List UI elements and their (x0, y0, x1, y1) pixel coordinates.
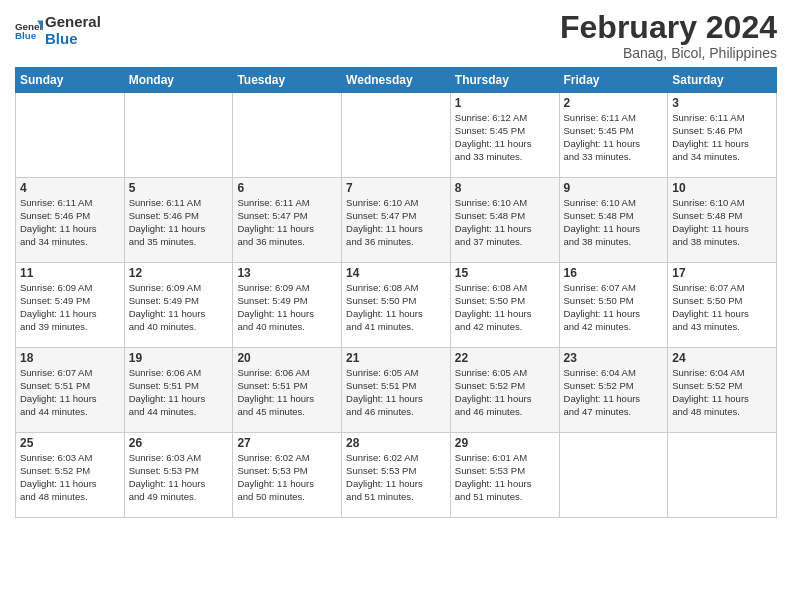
day-number: 1 (455, 96, 555, 110)
day-number: 25 (20, 436, 120, 450)
calendar-cell: 9Sunrise: 6:10 AMSunset: 5:48 PMDaylight… (559, 178, 668, 263)
calendar-cell: 27Sunrise: 6:02 AMSunset: 5:53 PMDayligh… (233, 433, 342, 518)
calendar-cell: 5Sunrise: 6:11 AMSunset: 5:46 PMDaylight… (124, 178, 233, 263)
day-number: 6 (237, 181, 337, 195)
header-thursday: Thursday (450, 68, 559, 93)
day-info: Sunrise: 6:07 AMSunset: 5:51 PMDaylight:… (20, 367, 120, 418)
page-container: General Blue General Blue February 2024 … (0, 0, 792, 528)
calendar-cell: 10Sunrise: 6:10 AMSunset: 5:48 PMDayligh… (668, 178, 777, 263)
day-number: 16 (564, 266, 664, 280)
calendar-week-1: 1Sunrise: 6:12 AMSunset: 5:45 PMDaylight… (16, 93, 777, 178)
calendar-week-3: 11Sunrise: 6:09 AMSunset: 5:49 PMDayligh… (16, 263, 777, 348)
day-info: Sunrise: 6:12 AMSunset: 5:45 PMDaylight:… (455, 112, 555, 163)
day-number: 5 (129, 181, 229, 195)
day-info: Sunrise: 6:09 AMSunset: 5:49 PMDaylight:… (129, 282, 229, 333)
day-number: 23 (564, 351, 664, 365)
calendar-cell: 6Sunrise: 6:11 AMSunset: 5:47 PMDaylight… (233, 178, 342, 263)
day-info: Sunrise: 6:10 AMSunset: 5:48 PMDaylight:… (672, 197, 772, 248)
day-number: 9 (564, 181, 664, 195)
day-number: 4 (20, 181, 120, 195)
day-info: Sunrise: 6:05 AMSunset: 5:52 PMDaylight:… (455, 367, 555, 418)
day-info: Sunrise: 6:03 AMSunset: 5:52 PMDaylight:… (20, 452, 120, 503)
calendar-cell: 1Sunrise: 6:12 AMSunset: 5:45 PMDaylight… (450, 93, 559, 178)
page-title: February 2024 (560, 10, 777, 45)
calendar-cell (124, 93, 233, 178)
calendar-cell: 23Sunrise: 6:04 AMSunset: 5:52 PMDayligh… (559, 348, 668, 433)
calendar-header: Sunday Monday Tuesday Wednesday Thursday… (16, 68, 777, 93)
day-info: Sunrise: 6:03 AMSunset: 5:53 PMDaylight:… (129, 452, 229, 503)
calendar-week-5: 25Sunrise: 6:03 AMSunset: 5:52 PMDayligh… (16, 433, 777, 518)
day-number: 20 (237, 351, 337, 365)
header-saturday: Saturday (668, 68, 777, 93)
day-info: Sunrise: 6:10 AMSunset: 5:48 PMDaylight:… (455, 197, 555, 248)
logo-icon: General Blue (15, 17, 43, 45)
day-number: 29 (455, 436, 555, 450)
header-friday: Friday (559, 68, 668, 93)
day-number: 21 (346, 351, 446, 365)
header: General Blue General Blue February 2024 … (15, 10, 777, 61)
calendar-cell: 7Sunrise: 6:10 AMSunset: 5:47 PMDaylight… (342, 178, 451, 263)
calendar-cell (16, 93, 125, 178)
day-info: Sunrise: 6:10 AMSunset: 5:47 PMDaylight:… (346, 197, 446, 248)
day-number: 15 (455, 266, 555, 280)
day-number: 12 (129, 266, 229, 280)
day-info: Sunrise: 6:07 AMSunset: 5:50 PMDaylight:… (672, 282, 772, 333)
calendar-cell: 19Sunrise: 6:06 AMSunset: 5:51 PMDayligh… (124, 348, 233, 433)
calendar-cell (668, 433, 777, 518)
calendar-cell: 8Sunrise: 6:10 AMSunset: 5:48 PMDaylight… (450, 178, 559, 263)
day-number: 2 (564, 96, 664, 110)
day-info: Sunrise: 6:09 AMSunset: 5:49 PMDaylight:… (20, 282, 120, 333)
calendar-cell (342, 93, 451, 178)
day-info: Sunrise: 6:08 AMSunset: 5:50 PMDaylight:… (455, 282, 555, 333)
day-number: 18 (20, 351, 120, 365)
calendar-cell: 21Sunrise: 6:05 AMSunset: 5:51 PMDayligh… (342, 348, 451, 433)
calendar-cell: 20Sunrise: 6:06 AMSunset: 5:51 PMDayligh… (233, 348, 342, 433)
calendar-cell: 3Sunrise: 6:11 AMSunset: 5:46 PMDaylight… (668, 93, 777, 178)
day-info: Sunrise: 6:11 AMSunset: 5:47 PMDaylight:… (237, 197, 337, 248)
days-of-week-row: Sunday Monday Tuesday Wednesday Thursday… (16, 68, 777, 93)
day-info: Sunrise: 6:06 AMSunset: 5:51 PMDaylight:… (129, 367, 229, 418)
calendar-cell: 12Sunrise: 6:09 AMSunset: 5:49 PMDayligh… (124, 263, 233, 348)
calendar-cell: 26Sunrise: 6:03 AMSunset: 5:53 PMDayligh… (124, 433, 233, 518)
day-number: 11 (20, 266, 120, 280)
day-info: Sunrise: 6:11 AMSunset: 5:46 PMDaylight:… (672, 112, 772, 163)
day-number: 24 (672, 351, 772, 365)
calendar-cell: 18Sunrise: 6:07 AMSunset: 5:51 PMDayligh… (16, 348, 125, 433)
header-sunday: Sunday (16, 68, 125, 93)
calendar-cell: 2Sunrise: 6:11 AMSunset: 5:45 PMDaylight… (559, 93, 668, 178)
svg-text:Blue: Blue (15, 30, 37, 41)
calendar-week-4: 18Sunrise: 6:07 AMSunset: 5:51 PMDayligh… (16, 348, 777, 433)
day-info: Sunrise: 6:07 AMSunset: 5:50 PMDaylight:… (564, 282, 664, 333)
day-info: Sunrise: 6:11 AMSunset: 5:46 PMDaylight:… (129, 197, 229, 248)
day-number: 17 (672, 266, 772, 280)
day-info: Sunrise: 6:04 AMSunset: 5:52 PMDaylight:… (564, 367, 664, 418)
header-wednesday: Wednesday (342, 68, 451, 93)
day-info: Sunrise: 6:11 AMSunset: 5:45 PMDaylight:… (564, 112, 664, 163)
day-number: 14 (346, 266, 446, 280)
calendar-cell: 14Sunrise: 6:08 AMSunset: 5:50 PMDayligh… (342, 263, 451, 348)
calendar-cell: 28Sunrise: 6:02 AMSunset: 5:53 PMDayligh… (342, 433, 451, 518)
day-number: 10 (672, 181, 772, 195)
day-number: 28 (346, 436, 446, 450)
calendar-week-2: 4Sunrise: 6:11 AMSunset: 5:46 PMDaylight… (16, 178, 777, 263)
calendar-cell: 15Sunrise: 6:08 AMSunset: 5:50 PMDayligh… (450, 263, 559, 348)
page-subtitle: Banag, Bicol, Philippines (560, 45, 777, 61)
day-info: Sunrise: 6:11 AMSunset: 5:46 PMDaylight:… (20, 197, 120, 248)
day-info: Sunrise: 6:05 AMSunset: 5:51 PMDaylight:… (346, 367, 446, 418)
calendar-body: 1Sunrise: 6:12 AMSunset: 5:45 PMDaylight… (16, 93, 777, 518)
day-number: 7 (346, 181, 446, 195)
day-number: 27 (237, 436, 337, 450)
day-info: Sunrise: 6:06 AMSunset: 5:51 PMDaylight:… (237, 367, 337, 418)
day-number: 13 (237, 266, 337, 280)
day-info: Sunrise: 6:01 AMSunset: 5:53 PMDaylight:… (455, 452, 555, 503)
calendar-cell: 22Sunrise: 6:05 AMSunset: 5:52 PMDayligh… (450, 348, 559, 433)
day-number: 3 (672, 96, 772, 110)
calendar-cell: 16Sunrise: 6:07 AMSunset: 5:50 PMDayligh… (559, 263, 668, 348)
day-info: Sunrise: 6:02 AMSunset: 5:53 PMDaylight:… (346, 452, 446, 503)
calendar-cell: 25Sunrise: 6:03 AMSunset: 5:52 PMDayligh… (16, 433, 125, 518)
day-info: Sunrise: 6:04 AMSunset: 5:52 PMDaylight:… (672, 367, 772, 418)
title-block: February 2024 Banag, Bicol, Philippines (560, 10, 777, 61)
header-tuesday: Tuesday (233, 68, 342, 93)
day-info: Sunrise: 6:02 AMSunset: 5:53 PMDaylight:… (237, 452, 337, 503)
day-info: Sunrise: 6:08 AMSunset: 5:50 PMDaylight:… (346, 282, 446, 333)
